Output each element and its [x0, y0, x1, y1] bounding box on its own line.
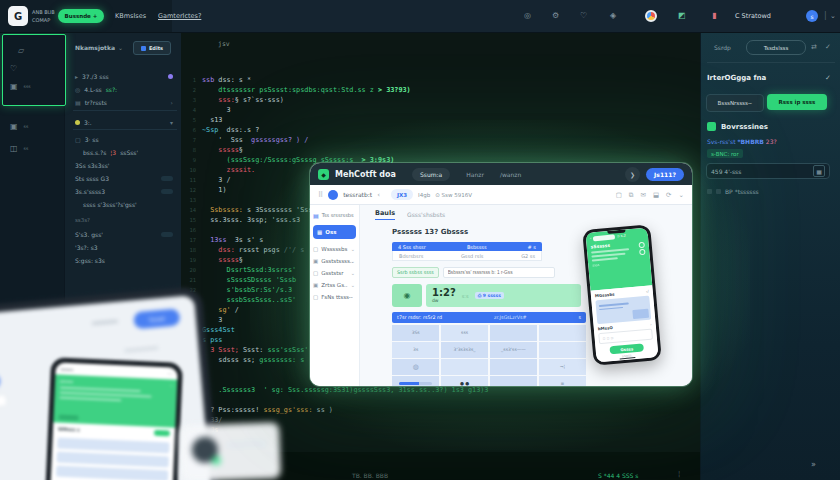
- apps-grid-icon[interactable]: ⠿: [318, 191, 323, 199]
- content-tab-inactive[interactable]: Gsss'shsbsts: [407, 211, 445, 220]
- content-tab-active[interactable]: Bauls: [375, 209, 395, 220]
- bookmark-icon[interactable]: ▮: [712, 11, 716, 20]
- file-item[interactable]: ▢ 3· ss: [75, 133, 175, 145]
- grid-cell[interactable]: ◍: [392, 359, 439, 375]
- sidebar-item[interactable]: ▣ Gsststssss.. ⌄: [313, 255, 356, 267]
- file-item[interactable]: S's3. gss': [75, 228, 175, 240]
- section-bar[interactable]: t7sr rsdsr: rs5r2 rd zr.JsGsLzrVs# s: [392, 312, 586, 323]
- chevron-down-icon[interactable]: ⌄: [118, 44, 123, 51]
- sidebar-item[interactable]: ▢ Gsststsr ⌄: [313, 267, 356, 279]
- editor-tab[interactable]: jsv: [218, 40, 230, 48]
- grid-cell[interactable]: [490, 325, 537, 341]
- file-item[interactable]: S:gss: s3s: [75, 254, 175, 266]
- secondary-button[interactable]: BsssNrssss~: [706, 94, 764, 112]
- mail-icon[interactable]: ✉: [640, 191, 645, 199]
- refresh-icon[interactable]: ⟳: [666, 191, 671, 199]
- file-item[interactable]: 3Ss s3s3ss': [75, 159, 175, 171]
- link-line[interactable]: Svs-rss'st *BHBRB 23?: [707, 138, 777, 145]
- branch-selector[interactable]: 3:. ▾: [75, 116, 175, 128]
- archive-icon[interactable]: ⬓: [653, 191, 659, 199]
- file-item[interactable]: Sts ssss G3: [75, 172, 175, 184]
- data-grid: 3Ss sss 3s 3'3s3s3s_ _ss3'ss—— ◍ ¬¦ ● ● …: [392, 325, 586, 386]
- sidebar-item[interactable]: ▢ Wsssssbs ⌄: [313, 243, 356, 255]
- file-item[interactable]: ▸ 37./3 sss: [75, 70, 175, 82]
- sidebar-workspace[interactable]: ▤ Tss srssrssbs: [313, 209, 356, 221]
- menu-item-1[interactable]: KBmslses: [115, 12, 146, 20]
- search-pill: [593, 234, 615, 240]
- sidebar-item[interactable]: ▣ Zrtss Gs.. ⌄: [313, 279, 356, 291]
- chevron-down-icon[interactable]: ⌄: [679, 191, 684, 199]
- primary-button[interactable]: Rsss ip ssss: [767, 94, 827, 110]
- version-pill[interactable]: JX3: [391, 189, 413, 200]
- back-icon[interactable]: ‹: [377, 191, 380, 199]
- code-line: 33/: [202, 415, 700, 425]
- toolbar-label: I4gb: [418, 192, 430, 198]
- avatar[interactable]: s: [806, 10, 818, 22]
- heart-icon[interactable]: ♡: [580, 11, 587, 20]
- frame-icon[interactable]: ▢: [616, 191, 622, 199]
- grid-cell[interactable]: [539, 342, 586, 358]
- edit-button[interactable]: Edits: [133, 41, 171, 55]
- new-project-button[interactable]: Bussnde +: [58, 9, 104, 23]
- grid-icon[interactable]: ◫ ss: [10, 144, 28, 153]
- file-item[interactable]: ssss s'3sss'?s'gss': [75, 198, 183, 210]
- grid-cell[interactable]: 3'3s3s3s_: [441, 342, 488, 358]
- menu-item-2[interactable]: Gamterlctes?: [158, 12, 201, 20]
- grid-cell[interactable]: 3s: [392, 342, 439, 358]
- grid-cell[interactable]: ¬¦: [539, 359, 586, 375]
- search-input[interactable]: [443, 267, 555, 278]
- file-item[interactable]: '3s?: s3: [75, 241, 175, 253]
- filter-chip[interactable]: Ssrb ssbss ssss: [392, 267, 439, 278]
- tab-active[interactable]: Ssum:a: [412, 168, 450, 181]
- box-icon[interactable]: ▣ ss: [10, 122, 28, 131]
- grid-cell[interactable]: [490, 359, 537, 375]
- user-name[interactable]: C Stratowd: [735, 12, 771, 20]
- check-icon[interactable]: ✓: [825, 43, 831, 51]
- grid-icon[interactable]: ▦: [813, 165, 825, 177]
- code-line: ' Sss gsssssgss? ) /: [202, 135, 700, 145]
- window-toolbar: ⠿ tessratb:t ‹ JX3 I4gb ⊙ Ssw 5916V ▢ ⧉ …: [310, 185, 692, 205]
- grid-cell[interactable]: ≣: [539, 376, 586, 386]
- grid-cell[interactable]: [539, 325, 586, 341]
- account-name[interactable]: tessratb:t: [343, 191, 372, 198]
- file-item[interactable]: ▤ tr?rssts ›: [75, 96, 175, 108]
- account-avatar[interactable]: [328, 190, 338, 200]
- chevron-down-icon[interactable]: ⌄: [830, 12, 836, 20]
- swap-icon[interactable]: ⇄: [811, 43, 817, 51]
- target-icon[interactable]: ◎: [524, 11, 531, 20]
- grid-cell[interactable]: [441, 359, 488, 375]
- sidebar-item[interactable]: ▢ FsNs ttsss--: [313, 291, 356, 303]
- tab-2[interactable]: Hanzr: [466, 171, 484, 178]
- grid-cell[interactable]: ● ●: [441, 376, 488, 386]
- gear-icon[interactable]: ⚙: [552, 11, 559, 20]
- phone-header: ‹ ▫ s.2 sSsssss ssss: [585, 228, 652, 291]
- grid-cell-progress[interactable]: [392, 376, 439, 386]
- table-row[interactable]: Bdsrsbsrs Gssd rsls G2 ss: [392, 251, 542, 261]
- file-item[interactable]: ◎ 4.L-ss ss?:: [75, 83, 175, 95]
- tab-3[interactable]: /wanzn: [500, 171, 521, 178]
- stat-icon-tile: ◉: [392, 284, 422, 307]
- share-button[interactable]: ❯: [625, 167, 640, 182]
- mode-pill[interactable]: Tssdslsss: [746, 40, 806, 55]
- grid-cell[interactable]: _ss3'ss——: [490, 342, 537, 358]
- publish-button[interactable]: Js111?: [646, 168, 684, 181]
- grid-cell[interactable]: sss: [441, 325, 488, 341]
- file-item[interactable]: 3s.s'ssss3: [75, 185, 175, 197]
- copy-icon[interactable]: ⧉: [629, 191, 634, 199]
- resize-icon[interactable]: »: [811, 460, 816, 469]
- grid-cell[interactable]: 3Ss: [392, 325, 439, 341]
- app-logo[interactable]: G: [8, 6, 28, 26]
- explorer-header: Nkamsjotka ⌄ Edits: [75, 44, 175, 51]
- browser-icon[interactable]: [645, 10, 657, 22]
- badge-icon[interactable]: ◈: [610, 11, 616, 20]
- explorer-title[interactable]: Nkamsjotka: [75, 44, 115, 51]
- grid-cell[interactable]: [490, 376, 537, 386]
- phone-mockup-left: ssssss◦◦ psssss◦ WMsss s: [45, 357, 183, 480]
- divider: [73, 110, 177, 111]
- window-sidebar: ▤ Tss srssrssbs ▦ Oss ▢ Wsssssbs ⌄ ▣ Gss…: [310, 205, 360, 386]
- badge: [161, 189, 173, 194]
- value-input[interactable]: 459 4'-sss ▦: [706, 163, 830, 179]
- team-icon[interactable]: ◩: [678, 11, 686, 20]
- sidebar-item-selected[interactable]: ▦ Oss: [313, 225, 356, 239]
- file-item[interactable]: bss.s.?s¦3 ssSss': [75, 146, 183, 158]
